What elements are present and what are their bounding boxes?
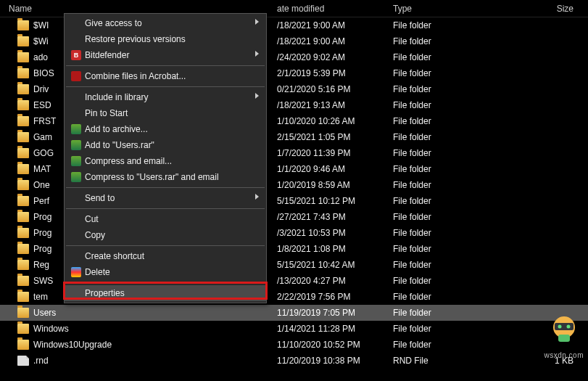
file-name: BIOS — [33, 68, 54, 78]
file-row[interactable]: .rnd11/20/2019 10:38 PMRND File1 KB — [0, 353, 588, 369]
menu-item-label: Include in library — [83, 92, 246, 102]
file-type: File folder — [393, 180, 500, 190]
menu-item-create-shortcut[interactable]: Create shortcut — [65, 248, 266, 264]
file-name: Perf — [33, 196, 49, 206]
file-type: File folder — [393, 292, 500, 302]
column-header-size[interactable]: Size — [500, 4, 588, 14]
menu-item-label: Give access to — [83, 18, 246, 28]
file-type: File folder — [393, 52, 500, 62]
folder-icon — [17, 244, 29, 254]
file-date: /3/2021 10:53 PM — [277, 228, 393, 238]
file-type: File folder — [393, 212, 500, 222]
menu-item-icon — [69, 172, 83, 182]
file-row[interactable]: Users11/19/2019 7:05 PMFile folder — [0, 305, 588, 321]
menu-item-cut[interactable]: Cut — [65, 211, 266, 227]
watermark-text: wsxdn.com — [544, 351, 584, 359]
menu-item-label: Copy — [83, 230, 246, 240]
folder-icon — [17, 52, 29, 62]
file-date: /24/2020 9:02 AM — [277, 52, 393, 62]
file-name: Driv — [33, 84, 49, 94]
folder-icon — [17, 132, 29, 142]
menu-item-send-to[interactable]: Send to — [65, 190, 266, 206]
file-type: File folder — [393, 116, 500, 126]
file-date: 0/21/2020 5:16 PM — [277, 84, 393, 94]
menu-item-compress-and-email[interactable]: Compress and email... — [65, 153, 266, 169]
column-header-type[interactable]: Type — [393, 4, 500, 14]
menu-item-include-in-library[interactable]: Include in library — [65, 89, 266, 105]
chevron-right-icon — [255, 93, 259, 99]
file-date: 11/10/2020 10:52 PM — [277, 340, 393, 350]
file-date: /27/2021 7:43 PM — [277, 212, 393, 222]
file-date: 5/15/2021 10:12 PM — [277, 196, 393, 206]
file-date: 1/20/2019 8:59 AM — [277, 180, 393, 190]
folder-icon — [17, 196, 29, 206]
menu-item-icon: B — [69, 50, 83, 60]
folder-icon — [17, 324, 29, 334]
menu-item-label: Compress to "Users.rar" and email — [83, 172, 246, 182]
file-name: One — [33, 180, 50, 190]
winrar-icon — [71, 172, 81, 182]
file-date: 11/20/2019 10:38 PM — [277, 356, 393, 366]
file-type: File folder — [393, 84, 500, 94]
menu-item-delete[interactable]: Delete — [65, 264, 266, 280]
svg-point-3 — [567, 325, 571, 329]
file-name: tem — [33, 292, 48, 302]
file-type: File folder — [393, 340, 500, 350]
menu-item-label: Properties — [83, 288, 246, 298]
file-icon — [17, 356, 29, 366]
folder-icon — [17, 340, 29, 350]
menu-item-label: Add to "Users.rar" — [83, 140, 246, 150]
folder-icon — [17, 292, 29, 302]
folder-icon — [17, 68, 29, 78]
winrar-icon — [71, 140, 81, 150]
menu-item-label: Create shortcut — [83, 251, 246, 261]
file-name: GOG — [33, 148, 54, 158]
folder-icon — [17, 180, 29, 190]
file-name: $WI — [33, 20, 49, 30]
menu-item-add-to-archive[interactable]: Add to archive... — [65, 121, 266, 137]
folder-icon — [17, 228, 29, 238]
menu-item-properties[interactable]: Properties — [65, 285, 266, 301]
folder-icon — [17, 20, 29, 30]
file-name: Users — [33, 308, 56, 318]
file-type: File folder — [393, 196, 500, 206]
menu-item-bitdefender[interactable]: BBitdefender — [65, 47, 266, 63]
file-date: 5/15/2021 10:42 AM — [277, 260, 393, 270]
menu-item-combine-files-in-acrobat[interactable]: Combine files in Acrobat... — [65, 68, 266, 84]
menu-item-label: Bitdefender — [83, 50, 246, 60]
folder-icon — [17, 308, 29, 318]
menu-item-give-access-to[interactable]: Give access to — [65, 15, 266, 31]
chevron-right-icon — [255, 194, 259, 200]
file-name: Prog — [33, 212, 51, 222]
file-name: .rnd — [33, 356, 49, 366]
menu-item-label: Pin to Start — [83, 108, 246, 118]
file-name: Prog — [33, 228, 51, 238]
menu-item-restore-previous-versions[interactable]: Restore previous versions — [65, 31, 266, 47]
menu-item-pin-to-start[interactable]: Pin to Start — [65, 105, 266, 121]
file-date: 2/1/2019 5:39 PM — [277, 68, 393, 78]
svg-point-2 — [558, 325, 562, 329]
file-date: 2/22/2019 7:56 PM — [277, 292, 393, 302]
file-name: ESD — [33, 100, 51, 110]
menu-item-icon — [69, 156, 83, 166]
menu-item-compress-to-users-rar-and-email[interactable]: Compress to "Users.rar" and email — [65, 169, 266, 185]
menu-item-copy[interactable]: Copy — [65, 227, 266, 243]
file-type: File folder — [393, 260, 500, 270]
file-row[interactable]: Windows1/14/2021 11:28 PMFile folder — [0, 321, 588, 337]
menu-item-add-to-users-rar[interactable]: Add to "Users.rar" — [65, 137, 266, 153]
chevron-right-icon — [255, 19, 259, 25]
file-name: $Wi — [33, 36, 49, 46]
file-row[interactable]: Windows10Upgrade11/10/2020 10:52 PMFile … — [0, 337, 588, 353]
column-header-name[interactable]: Name — [0, 4, 277, 14]
folder-icon — [17, 84, 29, 94]
file-name: MAT — [33, 164, 51, 174]
file-date: 1/14/2021 11:28 PM — [277, 324, 393, 334]
menu-item-label: Compress and email... — [83, 156, 246, 166]
folder-icon — [17, 212, 29, 222]
column-header-date[interactable]: ate modified — [277, 4, 393, 14]
file-date: 11/19/2019 7:05 PM — [277, 308, 393, 318]
menu-separator — [66, 65, 265, 66]
file-type: File folder — [393, 228, 500, 238]
file-date: /13/2020 4:27 PM — [277, 276, 393, 286]
folder-icon — [17, 148, 29, 158]
